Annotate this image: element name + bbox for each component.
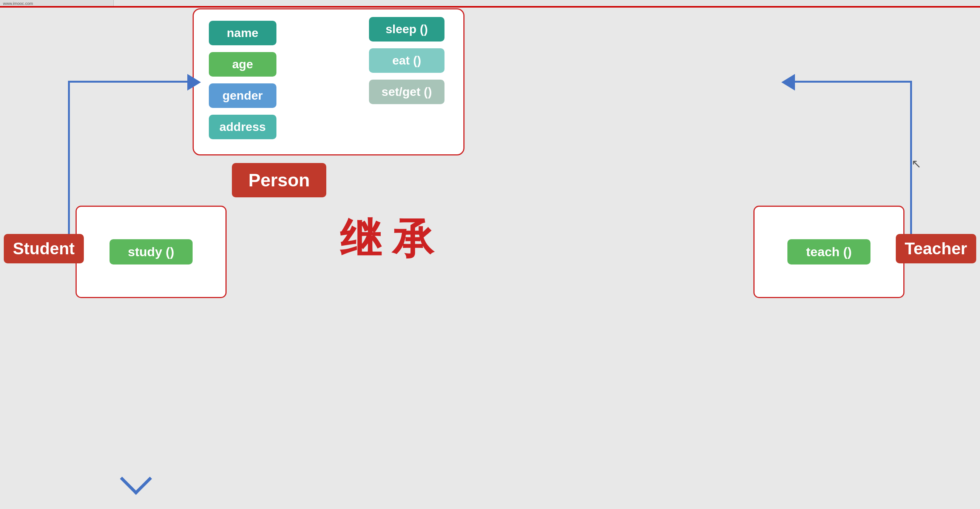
setget-badge: set/get () <box>369 79 444 104</box>
gender-badge: gender <box>209 83 277 108</box>
methods-column: sleep () eat () set/get () <box>369 17 444 104</box>
teach-badge: teach () <box>788 239 870 265</box>
main-canvas: www.imooc.com name age gender address sl… <box>0 0 980 509</box>
chinese-inheritance-text: 继 承 <box>340 211 434 268</box>
arrow-left-line <box>68 81 192 82</box>
study-badge: study () <box>110 239 192 265</box>
person-box: name age gender address sleep () eat () … <box>192 8 465 155</box>
properties-column: name age gender address <box>209 21 277 139</box>
age-badge: age <box>209 52 277 76</box>
student-label: Student <box>4 234 84 263</box>
sleep-badge: sleep () <box>369 17 444 41</box>
url-text: www.imooc.com <box>3 1 33 6</box>
name-badge: name <box>209 21 277 45</box>
mouse-cursor: ↖ <box>911 157 921 171</box>
person-label: Person <box>232 163 326 197</box>
bottom-left-arrow <box>120 463 152 495</box>
arrow-right-line <box>788 81 912 82</box>
student-box: study () <box>76 206 227 298</box>
red-top-line <box>0 6 980 8</box>
left-vertical-line <box>68 81 70 251</box>
teacher-label: Teacher <box>896 234 977 263</box>
address-badge: address <box>209 115 277 139</box>
arrow-right-head <box>781 74 795 90</box>
teacher-box: teach () <box>753 206 904 298</box>
eat-badge: eat () <box>369 48 444 73</box>
arrow-left-head <box>187 74 201 90</box>
